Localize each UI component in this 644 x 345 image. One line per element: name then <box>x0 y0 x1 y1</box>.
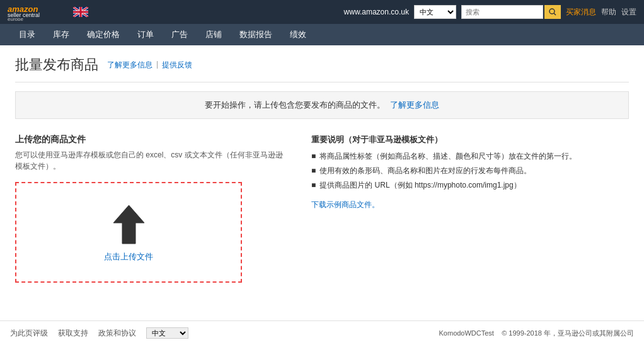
nav-pricing[interactable]: 确定价格 <box>78 24 129 45</box>
upload-box[interactable]: 点击上传文件 <box>15 182 242 283</box>
page-content: 批量发布商品 了解更多信息 | 提供反馈 要开始操作，请上传包含您要发布的商品的… <box>0 45 644 299</box>
site-url: www.amazon.co.uk <box>344 8 409 16</box>
feedback-link[interactable]: 提供反馈 <box>162 60 192 71</box>
bullet-list: ■ 将商品属性标签（例如商品名称、描述、颜色和尺寸等）放在文件的第一行。 ■ 使… <box>311 150 629 192</box>
divider: | <box>156 60 158 71</box>
arrow-up-icon <box>112 204 146 245</box>
learn-more-link[interactable]: 了解更多信息 <box>107 60 152 71</box>
left-section: 上传您的商品文件 您可以使用亚马逊库存模板或您自己的 excel、csv 或文本… <box>15 134 286 283</box>
page-title: 批量发布商品 <box>15 55 98 74</box>
search-input[interactable] <box>461 5 543 19</box>
bullet-text-3: 提供商品图片的 URL（例如 https://myphoto.com/img1.… <box>319 179 520 191</box>
svg-text:europe: europe <box>8 16 23 21</box>
right-section-title: 重要说明（对于非亚马逊模板文件） <box>311 134 629 145</box>
help-link[interactable]: 帮助 <box>601 7 616 18</box>
get-support-link[interactable]: 获取支持 <box>58 328 88 339</box>
upload-section-desc: 您可以使用亚马逊库存模板或您自己的 excel、csv 或文本文件（任何非亚马逊… <box>15 149 286 172</box>
header: amazon seller central europe www.amazon.… <box>0 0 644 24</box>
right-section: 重要说明（对于非亚马逊模板文件） ■ 将商品属性标签（例如商品名称、描述、颜色和… <box>311 134 629 283</box>
svg-point-4 <box>549 9 555 14</box>
bullet-dot-3: ■ <box>311 179 316 191</box>
info-banner-link[interactable]: 了解更多信息 <box>390 100 439 110</box>
footer-lang-select[interactable]: 中文 English <box>146 327 188 339</box>
footer: 为此页评级 获取支持 政策和协议 中文 English KomodoWDCTes… <box>0 320 644 345</box>
header-links: 买家消息 帮助 设置 <box>566 7 636 18</box>
download-sample-link[interactable]: 下载示例商品文件。 <box>311 200 379 209</box>
bullet-item-2: ■ 使用有效的条形码、商品名称和图片在对应的行发布每件商品。 <box>311 165 629 177</box>
language-select[interactable]: 中文 English <box>414 5 456 19</box>
footer-user: KomodoWDCTest <box>439 329 494 337</box>
rate-page-link[interactable]: 为此页评级 <box>10 328 48 339</box>
bullet-text-2: 使用有效的条形码、商品名称和图片在对应的行发布每件商品。 <box>319 165 531 177</box>
nav-performance[interactable]: 绩效 <box>281 24 315 45</box>
search-icon <box>549 8 556 16</box>
amazon-logo: amazon seller central europe <box>8 3 64 21</box>
bullet-dot-2: ■ <box>311 165 316 177</box>
logo: amazon seller central europe <box>8 3 88 21</box>
page-title-row: 批量发布商品 了解更多信息 | 提供反馈 <box>15 55 629 82</box>
main-area: 上传您的商品文件 您可以使用亚马逊库存模板或您自己的 excel、csv 或文本… <box>15 128 629 289</box>
bullet-item-1: ■ 将商品属性标签（例如商品名称、描述、颜色和尺寸等）放在文件的第一行。 <box>311 150 629 162</box>
footer-right: KomodoWDCTest © 1999-2018 年，亚马逊公司或其附属公司 <box>439 329 634 338</box>
bullet-text-1: 将商品属性标签（例如商品名称、描述、颜色和尺寸等）放在文件的第一行。 <box>319 150 577 162</box>
upload-arrow-icon <box>110 202 147 246</box>
nav-inventory[interactable]: 库存 <box>44 24 78 45</box>
header-right: www.amazon.co.uk 中文 English 买家消息 帮助 设置 <box>344 5 636 19</box>
footer-left: 为此页评级 获取支持 政策和协议 中文 English <box>10 327 188 339</box>
settings-link[interactable]: 设置 <box>621 7 636 18</box>
info-banner: 要开始操作，请上传包含您要发布的商品的文件。 了解更多信息 <box>15 91 629 119</box>
flag-icon <box>73 7 88 17</box>
nav-advertising[interactable]: 广告 <box>163 24 197 45</box>
nav-catalog[interactable]: 目录 <box>10 24 44 45</box>
search-button[interactable] <box>544 5 561 19</box>
nav-reports[interactable]: 数据报告 <box>231 24 281 45</box>
policy-link[interactable]: 政策和协议 <box>98 328 136 339</box>
bullet-dot-1: ■ <box>311 150 316 162</box>
nav-orders[interactable]: 订单 <box>129 24 163 45</box>
bullet-item-3: ■ 提供商品图片的 URL（例如 https://myphoto.com/img… <box>311 179 629 191</box>
buyer-msg-link[interactable]: 买家消息 <box>566 7 596 18</box>
footer-copyright: © 1999-2018 年，亚马逊公司或其附属公司 <box>502 329 634 337</box>
upload-label[interactable]: 点击上传文件 <box>104 251 153 263</box>
footer-lang: 中文 English <box>146 327 188 339</box>
nav-stores[interactable]: 店铺 <box>197 24 231 45</box>
info-banner-text: 要开始操作，请上传包含您要发布的商品的文件。 <box>205 100 385 110</box>
search-bar <box>461 5 561 19</box>
svg-marker-6 <box>113 205 144 244</box>
svg-line-5 <box>554 13 556 15</box>
upload-section-title: 上传您的商品文件 <box>15 134 286 145</box>
page-title-links: 了解更多信息 | 提供反馈 <box>107 60 192 71</box>
navbar: 目录 库存 确定价格 订单 广告 店铺 数据报告 绩效 <box>0 24 644 45</box>
